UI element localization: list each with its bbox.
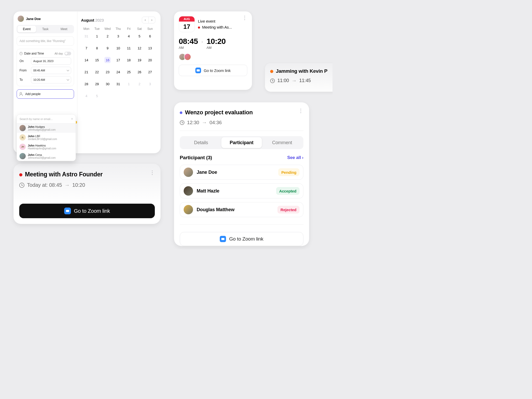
calendar-day[interactable]: 9 (102, 45, 113, 51)
avatar: JH (19, 144, 26, 150)
participant-row: Matt HazleAccepted (180, 183, 303, 198)
avatar (18, 16, 24, 22)
tab-event[interactable]: Event (17, 26, 36, 32)
avatar (184, 186, 193, 196)
participant-row: Jane DoePending (180, 165, 303, 180)
status-badge: Accepted (276, 187, 300, 195)
people-suggestion-popover: Search by name or email... × John Hudges… (17, 114, 76, 161)
calendar-day[interactable]: 18 (123, 57, 134, 63)
avatar (184, 168, 193, 177)
divider (180, 224, 303, 225)
zoom-link-button[interactable]: Go to Zoom link (180, 232, 303, 246)
people-suggestion-item[interactable]: JHJohn HawkinsHawkinsjohn@gmail.com (17, 142, 76, 151)
zoom-icon (64, 208, 71, 214)
calendar-day[interactable]: 4 (81, 93, 92, 99)
to-time-field[interactable]: 10:20 AM (31, 76, 71, 83)
calendar-prev-button[interactable]: ‹ (142, 17, 149, 23)
calendar-day[interactable]: 15 (92, 57, 102, 63)
calendar-day[interactable]: 13 (145, 45, 155, 51)
chevron-right-icon: › (302, 155, 303, 160)
calendar-day[interactable]: 5 (92, 93, 102, 99)
see-all-link[interactable]: See all› (287, 155, 303, 160)
calendar-day[interactable]: 26 (134, 69, 145, 75)
clock-icon (19, 52, 23, 55)
on-date-field[interactable]: August 16, 2023 (31, 57, 71, 65)
calendar-day[interactable]: 1 (92, 33, 102, 39)
calendar-day[interactable]: 5 (134, 33, 145, 39)
calendar-day[interactable]: 3 (145, 81, 155, 87)
on-label: On (19, 59, 29, 63)
calendar-dow: Mon (81, 27, 92, 31)
calendar-day[interactable]: 3 (113, 33, 124, 39)
live-event-card: AUG 17 Live event Meeting with As... ⋮ 0… (174, 11, 252, 90)
people-suggestion-item[interactable]: JLJohn LBFJordanLBF10@gmail.com (17, 133, 76, 142)
calendar-day[interactable]: 10 (113, 45, 124, 51)
calendar-day[interactable]: 14 (81, 57, 92, 63)
jam-time-row: 11:00 → 11:45 (270, 78, 332, 84)
status-badge: Rejected (277, 206, 300, 214)
calendar-day[interactable]: 11 (123, 45, 134, 51)
zoom-link-button[interactable]: Go to Zoom link (19, 204, 155, 218)
people-suggestion-item[interactable]: John HudgesJohnhudges@gmail.com (17, 123, 76, 133)
calendar-day[interactable]: 2 (102, 33, 113, 39)
calendar-panel: August 2023 ‹ › MonTueWedThuFriSatSun 31… (77, 11, 161, 153)
wenzo-time-row: 12:30 → 04:36 (180, 119, 303, 125)
participant-row: Douglas MatthewRejected (180, 202, 303, 217)
calendar-day[interactable]: 7 (81, 45, 92, 51)
tab-comment[interactable]: Comment (262, 137, 302, 148)
clock-icon (180, 120, 184, 125)
calendar-day[interactable]: 29 (92, 81, 102, 87)
zoom-link-button[interactable]: Go to Zoom link (179, 65, 247, 76)
calendar-next-button[interactable]: › (149, 17, 155, 23)
date-time-section: Date and Time All day On August 16, 2023… (17, 49, 74, 86)
calendar-day[interactable]: 28 (81, 81, 92, 87)
tab-participant[interactable]: Participant (221, 137, 262, 148)
all-day-toggle[interactable]: All day (55, 52, 71, 55)
tab-meet[interactable]: Meet (55, 26, 73, 32)
jam-event-card[interactable]: Jamming with Kevin P 11:00 → 11:45 (265, 63, 332, 92)
tab-task[interactable]: Task (36, 26, 55, 32)
calendar-day[interactable]: 22 (92, 69, 102, 75)
calendar-day[interactable]: 8 (92, 45, 102, 51)
calendar-day[interactable]: 4 (123, 33, 134, 39)
calendar-day[interactable]: 25 (123, 69, 134, 75)
calendar-day[interactable]: 20 (145, 57, 155, 63)
participant-name: Matt Hazle (197, 188, 272, 194)
more-button[interactable]: ⋮ (242, 16, 247, 19)
calendar-day[interactable]: 19 (134, 57, 145, 63)
meeting-astro-card: Meeting with Astro Founder ⋮ Today at: 0… (14, 164, 161, 224)
people-suggestion-item[interactable]: John CenaJohncena19@gmail.com (17, 151, 76, 161)
calendar-day[interactable]: 27 (145, 69, 155, 75)
people-search-input[interactable]: Search by name or email... (19, 117, 52, 121)
add-people-field[interactable]: Add people (17, 89, 74, 99)
calendar-day[interactable]: 6 (145, 33, 155, 39)
calendar-day[interactable]: 2 (134, 81, 145, 87)
current-user: Jane Doe (17, 16, 74, 22)
calendar-day[interactable]: 31 (113, 81, 124, 87)
calendar-day[interactable]: 12 (134, 45, 145, 51)
more-button[interactable]: ⋮ (150, 171, 155, 174)
close-icon[interactable]: × (71, 117, 73, 121)
people-search-row: Search by name or email... × (17, 115, 76, 123)
calendar-dow: Sat (134, 27, 145, 31)
chevron-down-icon (67, 78, 69, 81)
calendar-day[interactable]: 21 (81, 69, 92, 75)
more-button[interactable]: ⋮ (298, 109, 303, 112)
status-dot-icon (180, 111, 182, 114)
calendar-day[interactable]: 24 (113, 69, 124, 75)
jam-title: Jamming with Kevin P (270, 68, 332, 74)
calendar-title: August 2023 (81, 18, 104, 22)
to-label: To (19, 78, 29, 82)
calendar-day[interactable]: 1 (123, 81, 134, 87)
person-email: Johncena19@gmail.com (28, 156, 56, 159)
calendar-day[interactable]: 17 (113, 57, 124, 63)
create-event-form: Jane Doe Event Task Meet Add something t… (14, 11, 77, 153)
event-title-input[interactable]: Add something title, like "Running" (17, 36, 74, 46)
tab-details[interactable]: Details (181, 137, 221, 148)
calendar-day[interactable]: 30 (102, 81, 113, 87)
from-time-field[interactable]: 08:45 AM (31, 67, 71, 74)
calendar-day[interactable]: 23 (102, 69, 113, 75)
arrow-right-icon: → (291, 78, 297, 84)
calendar-day[interactable]: 16 (102, 57, 113, 63)
calendar-day[interactable]: 31 (81, 33, 92, 39)
